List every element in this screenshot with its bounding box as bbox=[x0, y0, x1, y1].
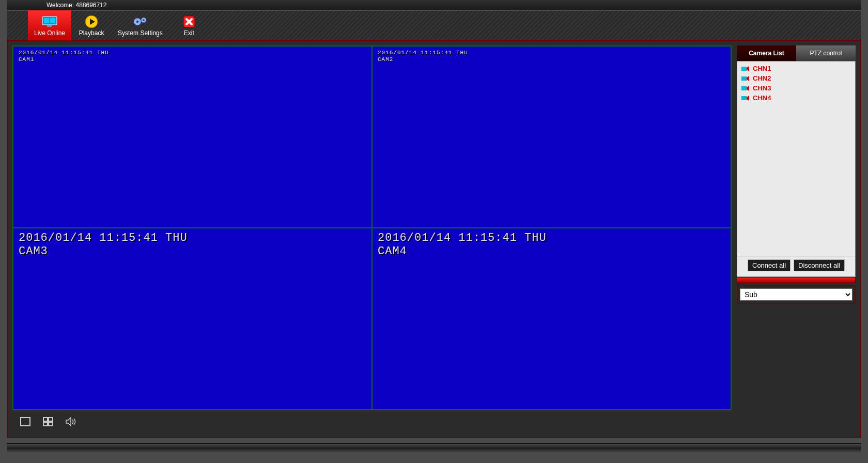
live-online-label: Live Online bbox=[34, 29, 65, 37]
close-x-icon bbox=[183, 15, 195, 28]
single-view-button[interactable] bbox=[19, 416, 32, 427]
channel-item[interactable]: CHN4 bbox=[737, 93, 855, 103]
exit-label: Exit bbox=[184, 29, 194, 37]
camera-icon bbox=[741, 66, 750, 72]
exit-button[interactable]: Exit bbox=[169, 10, 209, 40]
svg-rect-12 bbox=[43, 418, 48, 421]
svg-marker-21 bbox=[747, 86, 749, 91]
camera-icon bbox=[741, 75, 750, 82]
channel-label: CHN3 bbox=[753, 84, 771, 92]
grid-view-button[interactable] bbox=[41, 416, 55, 427]
svg-rect-20 bbox=[741, 86, 747, 90]
volume-button[interactable] bbox=[64, 416, 78, 427]
footer-controls bbox=[12, 410, 732, 433]
osd-text: 2016/01/14 11:15:41 THU CAM4 bbox=[378, 232, 547, 259]
osd-text: 2016/01/14 11:15:41 THU CAM3 bbox=[19, 232, 188, 259]
svg-rect-18 bbox=[741, 76, 747, 81]
tab-camera-list[interactable]: Camera List bbox=[737, 45, 796, 61]
video-grid: 2016/01/14 11:15:41 THU CAM1 2016/01/14 … bbox=[12, 45, 732, 410]
camera-icon bbox=[741, 95, 750, 101]
channel-item[interactable]: CHN2 bbox=[737, 73, 855, 83]
bottom-strip bbox=[7, 443, 861, 453]
svg-marker-19 bbox=[747, 76, 749, 81]
camera-view-4[interactable]: 2016/01/14 11:15:41 THU CAM4 bbox=[372, 228, 731, 410]
svg-point-9 bbox=[143, 20, 145, 21]
svg-rect-14 bbox=[43, 422, 48, 426]
osd-text: 2016/01/14 11:15:41 THU CAM2 bbox=[378, 50, 468, 63]
live-online-button[interactable]: Live Online bbox=[28, 10, 71, 40]
connect-all-button[interactable]: Connect all bbox=[748, 259, 791, 271]
stream-select[interactable]: Sub bbox=[740, 288, 853, 301]
channel-label: CHN4 bbox=[753, 94, 771, 102]
svg-rect-15 bbox=[49, 422, 53, 426]
camera-view-3[interactable]: 2016/01/14 11:15:41 THU CAM3 bbox=[13, 228, 372, 410]
svg-rect-13 bbox=[49, 418, 53, 421]
svg-marker-23 bbox=[747, 96, 749, 101]
camera-view-1[interactable]: 2016/01/14 11:15:41 THU CAM1 bbox=[13, 46, 372, 228]
svg-rect-22 bbox=[741, 96, 747, 100]
osd-text: 2016/01/14 11:15:41 THU CAM1 bbox=[19, 50, 109, 63]
stream-select-wrap: Sub bbox=[737, 285, 856, 304]
welcome-text: Welcome: 488696712 bbox=[7, 0, 861, 10]
monitor-icon bbox=[42, 15, 57, 28]
channel-label: CHN2 bbox=[753, 74, 771, 82]
svg-rect-16 bbox=[741, 67, 747, 71]
svg-rect-11 bbox=[21, 418, 30, 426]
channel-item[interactable]: CHN1 bbox=[737, 64, 855, 73]
camera-icon bbox=[741, 85, 750, 91]
connect-row: Connect all Disconnect all bbox=[737, 256, 856, 277]
separator-bar bbox=[737, 277, 856, 283]
svg-marker-17 bbox=[747, 66, 749, 71]
svg-rect-1 bbox=[44, 18, 49, 23]
playback-button[interactable]: Playback bbox=[71, 10, 112, 40]
system-settings-label: System Settings bbox=[118, 29, 163, 37]
svg-rect-2 bbox=[50, 18, 55, 23]
top-toolbar: Live Online Playback System Settings Exi… bbox=[7, 10, 861, 40]
disconnect-all-button[interactable]: Disconnect all bbox=[794, 259, 845, 271]
main-panel: 2016/01/14 11:15:41 THU CAM1 2016/01/14 … bbox=[7, 40, 861, 438]
svg-rect-3 bbox=[47, 25, 52, 27]
gears-icon bbox=[132, 15, 148, 28]
system-settings-button[interactable]: System Settings bbox=[112, 10, 169, 40]
tab-ptz-control[interactable]: PTZ control bbox=[796, 45, 856, 61]
play-icon bbox=[85, 15, 98, 28]
camera-view-2[interactable]: 2016/01/14 11:15:41 THU CAM2 bbox=[372, 46, 731, 228]
channel-item[interactable]: CHN3 bbox=[737, 83, 855, 93]
svg-point-7 bbox=[136, 21, 138, 23]
channel-label: CHN1 bbox=[753, 65, 771, 72]
camera-list: CHN1 CHN2 CHN3 CHN4 bbox=[737, 61, 856, 256]
playback-label: Playback bbox=[79, 29, 104, 37]
